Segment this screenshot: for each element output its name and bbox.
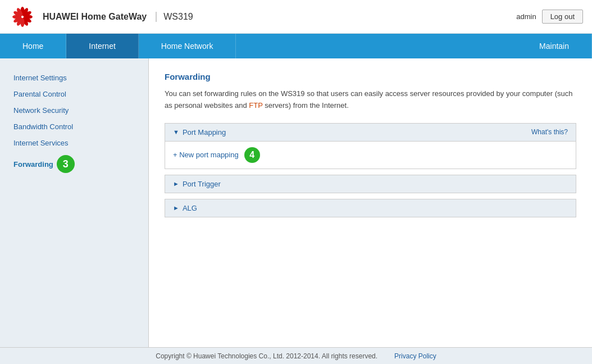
section-header-alg[interactable]: ► ALG — [165, 199, 576, 217]
arrow-down-icon: ▼ — [173, 129, 179, 135]
nav-spacer — [236, 34, 517, 58]
nav-maintain[interactable]: Maintain — [517, 34, 592, 58]
copyright-text: Copyright © Huawei Technologies Co., Ltd… — [156, 352, 377, 360]
sidebar-item-internet-settings[interactable]: Internet Settings — [0, 70, 148, 86]
arrow-right-icon-alg: ► — [173, 204, 179, 211]
main-content: Forwarding You can set forwarding rules … — [149, 58, 592, 347]
admin-label: admin — [516, 12, 536, 21]
section-body-port-mapping: + New port mapping 4 — [165, 142, 576, 169]
whats-this-link[interactable]: What's this? — [531, 128, 568, 136]
sidebar-item-parental-control[interactable]: Parental Control — [0, 86, 148, 102]
ftp-link[interactable]: FTP — [249, 101, 262, 110]
section-label-port-trigger: Port Trigger — [183, 180, 221, 188]
section-port-mapping: ▼ Port Mapping What's this? + New port m… — [165, 123, 576, 169]
brand-title: HUAWEI Home GateWay — [43, 12, 147, 22]
desc-part2: servers) from the Internet. — [263, 101, 349, 110]
section-alg: ► ALG — [165, 199, 576, 217]
sidebar-item-network-security[interactable]: Network Security — [0, 102, 148, 119]
section-header-port-trigger[interactable]: ► Port Trigger — [165, 175, 576, 193]
layout: Internet Settings Parental Control Netwo… — [0, 58, 592, 347]
sidebar-item-forwarding[interactable]: Forwarding 3 — [0, 151, 148, 177]
desc-part1: You can set forwarding rules on the WS31… — [165, 89, 572, 110]
header-right: admin Log out — [516, 10, 583, 24]
sidebar: Internet Settings Parental Control Netwo… — [0, 58, 149, 347]
badge-4: 4 — [244, 147, 260, 163]
new-port-mapping-link[interactable]: + New port mapping 4 — [173, 147, 260, 163]
brand-model: WS319 — [156, 12, 193, 22]
logout-button[interactable]: Log out — [542, 10, 583, 24]
page-title: Forwarding — [165, 72, 576, 81]
nav-internet[interactable]: Internet — [66, 34, 138, 58]
section-label-port-mapping: Port Mapping — [183, 128, 226, 136]
sidebar-item-internet-services[interactable]: Internet Services — [0, 135, 148, 151]
footer: Copyright © Huawei Technologies Co., Ltd… — [0, 347, 592, 364]
section-port-trigger: ► Port Trigger — [165, 175, 576, 193]
page-description: You can set forwarding rules on the WS31… — [165, 88, 576, 112]
badge-3: 3 — [57, 155, 75, 173]
header: HUAWEI Home GateWay WS319 admin Log out — [0, 0, 592, 34]
nav-home[interactable]: Home — [0, 34, 66, 58]
arrow-right-icon-trigger: ► — [173, 180, 179, 187]
sidebar-item-bandwidth-control[interactable]: Bandwidth Control — [0, 119, 148, 135]
section-label-alg: ALG — [183, 204, 197, 212]
huawei-logo — [9, 3, 36, 30]
header-left: HUAWEI Home GateWay WS319 — [9, 3, 193, 30]
section-header-port-mapping[interactable]: ▼ Port Mapping What's this? — [165, 123, 576, 142]
privacy-policy-link[interactable]: Privacy Policy — [394, 352, 436, 360]
nav-home-network[interactable]: Home Network — [139, 34, 236, 58]
navbar: Home Internet Home Network Maintain — [0, 34, 592, 58]
